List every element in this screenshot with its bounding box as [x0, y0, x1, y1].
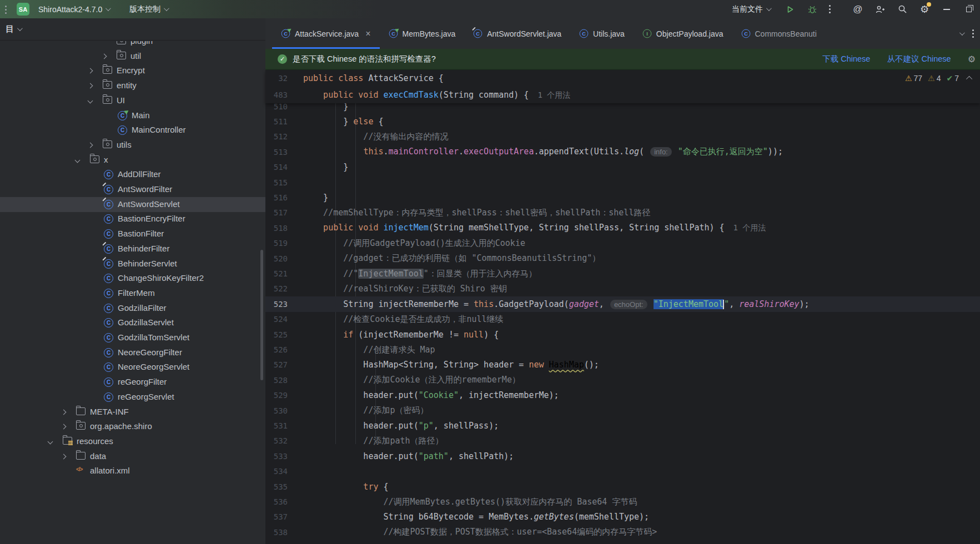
code-line-text[interactable]: //memShellType：内存马类型，shellPass：shell密码，s…: [300, 208, 650, 218]
code-line-483[interactable]: 483 public void execCmdTask(String comma…: [265, 87, 980, 103]
code-line-text[interactable]: } else {: [300, 117, 384, 127]
code-line-text[interactable]: //检查Cookie是否生成成功，非null继续: [300, 314, 504, 325]
more-actions-icon[interactable]: [829, 5, 831, 14]
line-number[interactable]: 538: [265, 528, 300, 537]
download-chinese-link[interactable]: 下载 Chinese: [822, 54, 870, 64]
code-line-text[interactable]: public class AttackService {: [300, 73, 444, 83]
line-number[interactable]: 528: [265, 376, 300, 385]
code-line-510[interactable]: 510 }: [265, 103, 980, 114]
line-number[interactable]: 523: [265, 300, 300, 309]
line-number[interactable]: 510: [265, 103, 300, 111]
line-number[interactable]: 534: [265, 467, 300, 476]
code-line-text[interactable]: //没有输出内容的情况: [300, 132, 448, 142]
close-icon[interactable]: ×: [365, 29, 370, 39]
code-line-519[interactable]: 519 //调用GadgetPayload()生成注入用的Cookie: [265, 236, 980, 251]
tree-item-neoregeorgfilter[interactable]: CNeoreGeorgFilter: [0, 345, 265, 360]
tree-item-resources[interactable]: resources: [0, 434, 265, 449]
line-number[interactable]: 514: [265, 163, 300, 172]
tab-membytes-java[interactable]: CMemBytes.java: [380, 18, 465, 49]
code-line-533[interactable]: 533 header.put("path", shellPath);: [265, 449, 980, 464]
code-line-528[interactable]: 528 //添加Cookie（注入用的rememberMe）: [265, 372, 980, 387]
code-line-518[interactable]: 518 public void injectMem(String memShel…: [265, 220, 980, 235]
code-line-text[interactable]: header.put("p", shellPass);: [300, 421, 499, 431]
code-line-530[interactable]: 530 //添加p（密码）: [265, 403, 980, 418]
code-line-537[interactable]: 537 String b64Bytecode = MemBytes.getByt…: [265, 510, 980, 525]
code-line-527[interactable]: 527 HashMap<String, String> header = new…: [265, 357, 980, 372]
code-line-text[interactable]: header.put("Cookie", injectRememberMe);: [300, 390, 559, 400]
tab-commonsbeanuti[interactable]: CCommonsBeanuti: [732, 18, 826, 49]
tree-item-changeshirokeyfilter2[interactable]: CChangeShiroKeyFilter2: [0, 271, 265, 286]
code-line-525[interactable]: 525 if (injectRememberMe != null) {: [265, 327, 980, 342]
line-number[interactable]: 517: [265, 208, 300, 217]
line-number[interactable]: 512: [265, 132, 300, 141]
code-line-512[interactable]: 512 //没有输出内容的情况: [265, 129, 980, 144]
run-button[interactable]: [785, 4, 796, 15]
banner-settings-gear-icon[interactable]: ⚙: [968, 54, 976, 64]
tree-item-godzillafilter[interactable]: CGodzillaFilter: [0, 301, 265, 316]
code-line-text[interactable]: HashMap<String, String> header = new Has…: [300, 360, 599, 370]
line-number[interactable]: 513: [265, 148, 300, 157]
debug-button[interactable]: [807, 4, 818, 15]
ai-assistant-icon[interactable]: @: [852, 4, 863, 15]
tree-item-org-apache-shiro[interactable]: org.apache.shiro: [0, 419, 265, 434]
code-line-text[interactable]: //添加path（路径）: [300, 436, 444, 446]
tab-list-chevron-icon[interactable]: [959, 30, 965, 36]
tab-antswordservlet-java[interactable]: CAntSwordServlet.java: [464, 18, 570, 49]
line-number[interactable]: 516: [265, 193, 300, 202]
code-line-text[interactable]: //添加Cookie（注入用的rememberMe）: [300, 375, 520, 385]
code-line-526[interactable]: 526 //创建请求头 Map: [265, 342, 980, 357]
tab-attackservice-java[interactable]: CAttackService.java×: [272, 18, 380, 49]
code-line-text[interactable]: //gadget：已成功的利用链（如 "CommonsBeanutilsStri…: [300, 253, 600, 264]
code-line-text[interactable]: }: [300, 193, 328, 203]
tree-item-regeorgfilter[interactable]: CreGeorgFilter: [0, 375, 265, 390]
line-number[interactable]: 518: [265, 224, 300, 233]
line-number[interactable]: 524: [265, 315, 300, 324]
code-line-text[interactable]: this.mainController.execOutputArea.appen…: [300, 147, 783, 157]
line-number[interactable]: 527: [265, 360, 300, 369]
tab-options-icon[interactable]: [972, 29, 974, 38]
tree-item-bastionfilter[interactable]: CBastionFilter: [0, 226, 265, 241]
code-line-text[interactable]: try {: [300, 482, 389, 492]
code-line-text[interactable]: }: [300, 162, 348, 172]
line-number[interactable]: 529: [265, 391, 300, 400]
code-line-text[interactable]: public void injectMem(String memShellTyp…: [300, 223, 766, 233]
code-line-522[interactable]: 522 //realShiroKey：已获取的 Shiro 密钥: [265, 281, 980, 296]
code-line-520[interactable]: 520 //gadget：已成功的利用链（如 "CommonsBeanutils…: [265, 251, 980, 266]
code-line-538[interactable]: 538 //构建POST数据，POST数据格式：user=<Base64编码的内…: [265, 525, 980, 540]
code-line-text[interactable]: public void execCmdTask(String command) …: [300, 90, 570, 100]
code-line-32[interactable]: 32public class AttackService {: [265, 70, 980, 87]
line-number[interactable]: 32: [265, 74, 300, 83]
tree-item-main[interactable]: CMain: [0, 108, 265, 123]
code-line-529[interactable]: 529 header.put("Cookie", injectRememberM…: [265, 388, 980, 403]
code-line-515[interactable]: 515: [265, 175, 980, 190]
tree-item-adddllfilter[interactable]: CAddDllFilter: [0, 167, 265, 182]
line-number[interactable]: 537: [265, 512, 300, 521]
tree-item-entity[interactable]: entity: [0, 78, 265, 93]
chevron-up-icon[interactable]: [966, 76, 972, 82]
code-line-523[interactable]: 523 String injectRememberMe = this.Gadge…: [265, 296, 980, 311]
minimize-button[interactable]: [941, 4, 952, 15]
main-menu-icon[interactable]: [2, 4, 10, 14]
search-icon[interactable]: [897, 4, 908, 15]
code-line-text[interactable]: //"InjectMemTool"：回显类（用于注入内存马）: [300, 269, 537, 279]
inspection-warnings-strong[interactable]: ⚠77: [905, 74, 922, 83]
line-number[interactable]: 535: [265, 482, 300, 491]
project-selector[interactable]: ShiroAttack2-4.7.0: [35, 5, 113, 14]
tree-item-ui[interactable]: UI: [0, 93, 265, 108]
code-line-514[interactable]: 514 }: [265, 160, 980, 175]
tree-item-util[interactable]: util: [0, 49, 265, 64]
tree-item-godzillatomservlet[interactable]: CGodzillaTomServlet: [0, 330, 265, 345]
code-line-511[interactable]: 511 } else {: [265, 114, 980, 129]
line-number[interactable]: 531: [265, 421, 300, 430]
tree-item-x[interactable]: x: [0, 153, 265, 168]
code-viewport[interactable]: 510 }511 } else {512 //没有输出内容的情况513 this…: [265, 103, 980, 544]
code-line-524[interactable]: 524 //检查Cookie是否生成成功，非null继续: [265, 312, 980, 327]
code-line-text[interactable]: //添加p（密码）: [300, 405, 428, 416]
tree-item-data[interactable]: data: [0, 449, 265, 464]
settings-gear-icon[interactable]: ⚙: [919, 4, 930, 15]
inspection-warnings-weak[interactable]: ⚠4: [928, 74, 941, 83]
line-number[interactable]: 530: [265, 406, 300, 415]
code-line-516[interactable]: 516 }: [265, 190, 980, 205]
line-number[interactable]: 525: [265, 330, 300, 339]
code-line-text[interactable]: //realShiroKey：已获取的 Shiro 密钥: [300, 284, 507, 294]
